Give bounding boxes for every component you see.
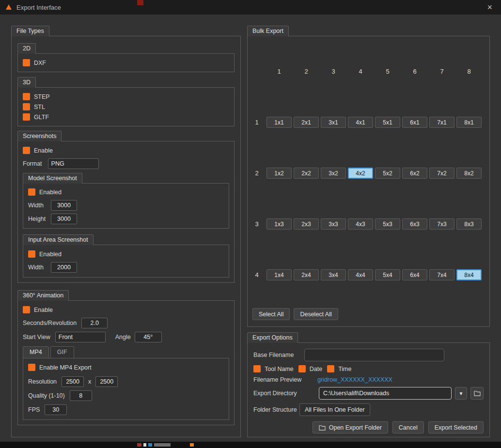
grid-cell-8x3[interactable]: 8x3 (456, 218, 482, 230)
filename-preview-label: Filename Preview (253, 376, 317, 383)
export-options-body: Base Filename Tool Name Date Time Filena… (247, 342, 490, 437)
time-label: Time (338, 366, 351, 372)
grid-cell-5x1[interactable]: 5x1 (375, 117, 400, 128)
model-width-input[interactable] (51, 200, 77, 211)
animation-tabs: MP4GIF Enable MP4 Export Resolution x (23, 346, 229, 420)
background-artifact (137, 443, 141, 447)
format-input[interactable] (48, 158, 99, 169)
directory-dropdown-button[interactable]: ▼ (455, 387, 467, 400)
grid-cell-6x3[interactable]: 6x3 (402, 218, 427, 230)
time-checkbox[interactable] (327, 365, 334, 372)
grid-row-header: 1 (255, 119, 258, 126)
group-animation: 360° Animation Enable Seconds/Revolution… (17, 290, 235, 425)
date-label: Date (310, 366, 322, 372)
fps-label: FPS (28, 406, 40, 413)
group-model-screenshot: Model Screenshot Enabled Width Height (23, 173, 229, 229)
grid-cell-6x1[interactable]: 6x1 (402, 117, 427, 128)
tab-mp4[interactable]: MP4 (23, 346, 49, 358)
title-bar: Export Interface × (0, 0, 501, 15)
grid-cell-1x2[interactable]: 1x2 (266, 168, 292, 179)
input-area-width-input[interactable] (51, 262, 77, 273)
animation-enable-checkbox[interactable] (23, 306, 30, 313)
export-actions-row: Open Export Folder Cancel Export Selecte… (253, 421, 484, 433)
grid-cell-5x4[interactable]: 5x4 (375, 269, 400, 280)
grid-cell-1x1[interactable]: 1x1 (266, 117, 292, 128)
model-screenshot-title: Model Screenshot (23, 173, 82, 184)
seconds-input[interactable] (81, 318, 108, 328)
quality-input[interactable] (70, 390, 92, 401)
angle-input[interactable] (135, 332, 162, 342)
model-width-label: Width (28, 202, 47, 209)
grid-cell-6x2[interactable]: 6x2 (402, 168, 427, 179)
screenshots-enable-checkbox[interactable] (23, 147, 30, 154)
folder-structure-label: Folder Structure (253, 406, 299, 413)
select-all-button[interactable]: Select All (252, 308, 290, 320)
model-height-input[interactable] (51, 214, 77, 224)
model-enabled-label: Enabled (39, 189, 62, 196)
gltf-checkbox[interactable] (23, 113, 30, 121)
grid-cell-3x2[interactable]: 3x2 (321, 168, 346, 179)
input-area-enabled-checkbox[interactable] (28, 250, 35, 258)
deselect-all-button[interactable]: Deselect All (294, 308, 338, 320)
grid-cell-5x3[interactable]: 5x3 (375, 218, 400, 230)
grid-cell-2x2[interactable]: 2x2 (294, 168, 319, 179)
grid-cell-1x3[interactable]: 1x3 (266, 218, 292, 230)
input-area-width-row: Width (28, 262, 224, 272)
start-view-input[interactable] (55, 332, 106, 342)
grid-cell-4x2-selected[interactable]: 4x2 (348, 168, 373, 179)
input-area-enabled-label: Enabled (39, 251, 62, 258)
stl-checkbox[interactable] (23, 103, 30, 110)
date-checkbox[interactable] (298, 365, 306, 372)
filename-parts-row: Tool Name Date Time (253, 365, 484, 372)
grid-row-header: 4 (255, 271, 258, 278)
mp4-enable-checkbox[interactable] (28, 364, 35, 371)
grid-col-header: 4 (359, 68, 362, 75)
grid-cell-4x4[interactable]: 4x4 (348, 269, 373, 280)
grid-cell-3x4[interactable]: 3x4 (321, 269, 346, 280)
bulk-export-panel: Bulk Export 1 2 3 4 5 6 7 8 1 1x1 2x1 3x… (247, 26, 490, 328)
close-button[interactable]: × (483, 2, 496, 13)
grid-cell-2x3[interactable]: 2x3 (294, 218, 319, 230)
start-view-row: Start View Angle (23, 332, 229, 342)
grid-cell-2x1[interactable]: 2x1 (294, 117, 319, 128)
grid-cell-2x4[interactable]: 2x4 (294, 269, 319, 280)
input-area-title: Input Area Screenshot (23, 234, 94, 245)
export-selected-button[interactable]: Export Selected (428, 421, 484, 433)
grid-cell-5x2[interactable]: 5x2 (375, 168, 400, 179)
grid-cell-7x3[interactable]: 7x3 (429, 218, 454, 230)
tab-gif[interactable]: GIF (50, 346, 74, 358)
screenshots-enable-row: Enable (23, 145, 229, 155)
resolution-width-input[interactable] (62, 376, 84, 387)
export-directory-label: Export Directory (253, 390, 319, 397)
input-area-enabled-row: Enabled (28, 249, 224, 259)
step-checkbox[interactable] (23, 93, 30, 100)
date-checkbox-group: Date (298, 365, 322, 372)
model-enabled-checkbox[interactable] (28, 188, 35, 196)
export-directory-row: Export Directory ▼ (253, 387, 484, 400)
export-directory-input[interactable] (319, 387, 452, 400)
dxf-checkbox[interactable] (23, 59, 30, 66)
folder-structure-select[interactable]: All Files In One Folder (299, 403, 370, 416)
grid-cell-1x4[interactable]: 1x4 (266, 269, 292, 280)
grid-cell-7x2[interactable]: 7x2 (429, 168, 454, 179)
grid-cell-4x1[interactable]: 4x1 (348, 117, 373, 128)
grid-cell-8x1[interactable]: 8x1 (456, 117, 482, 128)
grid-cell-8x4-selected[interactable]: 8x4 (456, 269, 482, 280)
background-artifact (143, 443, 146, 447)
fps-input[interactable] (45, 404, 67, 415)
grid-cell-7x1[interactable]: 7x1 (429, 117, 454, 128)
grid-row-header: 2 (255, 170, 258, 177)
grid-cell-3x3[interactable]: 3x3 (321, 218, 346, 230)
browse-folder-button[interactable] (470, 387, 484, 400)
grid-cell-8x2[interactable]: 8x2 (456, 168, 482, 179)
grid-cell-3x1[interactable]: 3x1 (321, 117, 346, 128)
resolution-height-input[interactable] (95, 376, 118, 387)
grid-cell-6x4[interactable]: 6x4 (402, 269, 427, 280)
grid-cell-4x3[interactable]: 4x3 (348, 218, 373, 230)
base-filename-input[interactable] (304, 349, 444, 361)
open-export-folder-button[interactable]: Open Export Folder (313, 421, 388, 433)
tool-name-checkbox[interactable] (253, 365, 261, 372)
animation-enable-label: Enable (34, 307, 53, 313)
cancel-button[interactable]: Cancel (392, 421, 424, 433)
grid-cell-7x4[interactable]: 7x4 (429, 269, 454, 280)
